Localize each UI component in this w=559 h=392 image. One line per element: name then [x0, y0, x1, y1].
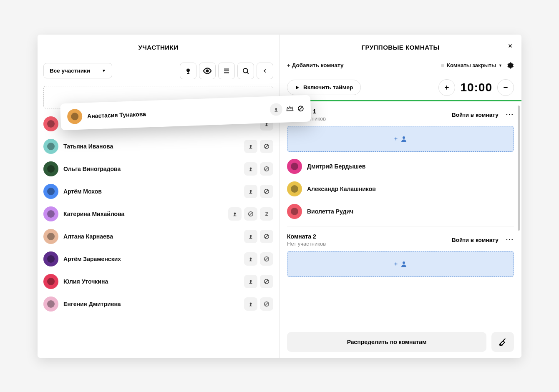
settings-button[interactable]	[506, 62, 514, 69]
enter-room-button[interactable]: Войти в комнату	[452, 112, 499, 118]
participant-name: Катерина Михайлова	[63, 211, 223, 217]
camera-icon	[248, 143, 254, 149]
svg-line-41	[265, 257, 268, 260]
svg-point-63	[403, 261, 405, 264]
avatar	[43, 229, 58, 244]
camera-action-button[interactable]	[244, 297, 257, 311]
block-icon	[264, 143, 269, 149]
participant-name: Ольга Виноградова	[63, 166, 239, 172]
rooms-scroll[interactable]: Комната 1 Нет участников Войти в комнату…	[280, 101, 521, 358]
camera-icon	[248, 256, 254, 262]
room-participant-row[interactable]: Дмитрий Бердышев	[287, 155, 514, 178]
participant-row[interactable]: Катерина Михайлова 2	[43, 203, 273, 225]
block-action-button[interactable]	[260, 275, 273, 288]
room-more-button[interactable]: ···	[506, 111, 514, 118]
timer-toggle-label: Включить таймер	[303, 84, 353, 90]
block-action-button[interactable]	[260, 140, 273, 153]
participant-row[interactable]: Артём Мохов	[43, 180, 273, 203]
block-icon	[264, 188, 269, 194]
svg-marker-54	[296, 85, 299, 89]
camera-action-button[interactable]	[244, 185, 257, 198]
svg-point-42	[250, 280, 252, 282]
block-icon	[248, 211, 254, 217]
scrollbar-thumb[interactable]	[518, 106, 520, 231]
room-drop-zone[interactable]	[287, 251, 514, 277]
room-drop-zone[interactable]	[287, 126, 514, 152]
block-action-button[interactable]	[244, 207, 257, 221]
room-more-button[interactable]: ···	[506, 236, 514, 244]
svg-line-16	[265, 145, 268, 148]
participants-title: УЧАСТНИКИ	[38, 35, 279, 59]
participant-row[interactable]: Юлия Уточкина	[43, 270, 273, 293]
participant-name: Александр Калашников	[307, 186, 514, 192]
close-button[interactable]	[507, 43, 513, 49]
participant-row[interactable]: Евгения Дмитриева	[43, 293, 273, 315]
participant-row[interactable]: Татьяна Иванова	[43, 135, 273, 158]
camera-action-button[interactable]	[244, 275, 257, 288]
minus-icon	[502, 84, 509, 91]
block-action-button[interactable]	[260, 230, 273, 243]
camera-action-button[interactable]	[269, 103, 282, 116]
timer-toggle-button[interactable]: Включить таймер	[287, 80, 361, 95]
list-button[interactable]	[218, 63, 235, 79]
block-action-button[interactable]	[260, 297, 273, 311]
timer-bar: Включить таймер 10:00	[280, 75, 521, 101]
svg-point-17	[250, 167, 252, 169]
timer-decrease-button[interactable]	[497, 79, 514, 96]
search-button[interactable]	[237, 63, 254, 79]
avatar	[287, 204, 302, 219]
camera-action-button[interactable]	[244, 162, 257, 176]
camera-action-button[interactable]	[244, 252, 257, 266]
block-action-button[interactable]	[260, 252, 273, 266]
visibility-toggle-button[interactable]	[199, 63, 216, 79]
avatar	[43, 251, 58, 266]
camera-icon	[248, 188, 254, 194]
plus-icon	[393, 136, 398, 141]
participant-row[interactable]: Ольга Виноградова	[43, 158, 273, 180]
distribute-button[interactable]: Распределить по комнатам	[287, 332, 486, 352]
filter-dropdown[interactable]: Все участники ▼	[43, 63, 112, 78]
room-title: Комната 2	[287, 233, 326, 240]
participant-row[interactable]: Артём Зараменских	[43, 248, 273, 270]
camera-icon	[232, 211, 238, 217]
svg-point-60	[403, 136, 405, 139]
room-participant-row[interactable]: Виолетта Рудич	[287, 200, 514, 223]
avatar	[43, 116, 58, 131]
block-action-button[interactable]	[260, 162, 273, 176]
svg-rect-24	[249, 193, 252, 193]
block-icon	[264, 279, 269, 284]
block-action-button[interactable]	[260, 185, 273, 198]
collapse-button[interactable]	[257, 63, 273, 79]
avatar	[43, 297, 58, 312]
svg-point-32	[250, 235, 252, 237]
search-icon	[242, 67, 249, 75]
rooms-status-dropdown[interactable]: Комнаты закрыты ▼	[441, 62, 502, 68]
plus-icon	[393, 261, 398, 266]
clear-rooms-button[interactable]	[491, 332, 514, 352]
participant-row[interactable]: Алтана Карнаева	[43, 225, 273, 248]
svg-line-21	[265, 167, 268, 170]
timer-increase-button[interactable]	[438, 79, 455, 96]
block-action-button[interactable]	[297, 105, 305, 112]
camera-icon	[248, 166, 254, 172]
room-participant-row[interactable]: Александр Калашников	[287, 178, 514, 200]
host-crown-button[interactable]	[286, 104, 295, 113]
enter-room-button[interactable]: Войти в комнату	[452, 237, 499, 243]
participant-name: Артём Зараменских	[63, 256, 239, 262]
camera-action-button[interactable]	[228, 207, 242, 221]
block-icon	[264, 234, 269, 239]
participants-pane: УЧАСТНИКИ Все участники ▼	[38, 35, 280, 358]
participant-name: Евгения Дмитриева	[63, 301, 239, 307]
room-header: Комната 1 Нет участников Войти в комнату…	[287, 101, 514, 126]
svg-line-31	[249, 212, 252, 215]
camera-action-button[interactable]	[244, 140, 257, 153]
camera-toggle-button[interactable]	[180, 63, 196, 79]
svg-rect-11	[265, 126, 268, 126]
camera-action-button[interactable]	[244, 230, 257, 243]
menu-icon	[223, 67, 230, 75]
svg-line-46	[265, 280, 268, 283]
add-room-button[interactable]: + Добавить комнату	[287, 62, 344, 68]
svg-rect-14	[249, 148, 252, 148]
camera-icon	[248, 301, 254, 307]
svg-rect-44	[249, 283, 252, 284]
